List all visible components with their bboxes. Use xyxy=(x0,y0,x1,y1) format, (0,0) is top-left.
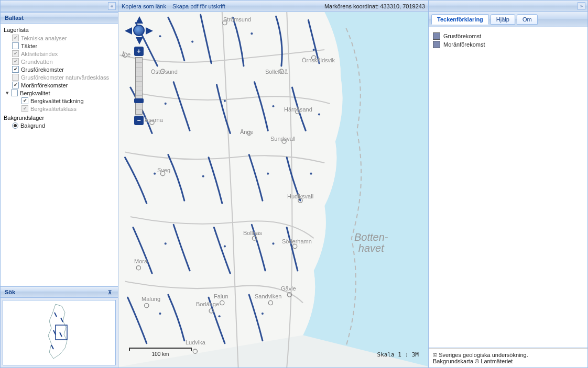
layer-item[interactable]: Grundvatten xyxy=(4,58,115,65)
svg-point-3 xyxy=(191,41,193,43)
section-title-ballast: Ballast xyxy=(5,15,24,21)
section-header-sok[interactable]: Sök ⊼ xyxy=(1,286,118,298)
map-area[interactable]: Strömsund Örnsköldsvik Åre Östersund Sol… xyxy=(118,12,428,367)
svg-point-15 xyxy=(219,315,221,317)
legend-label: Grusförekomst xyxy=(443,33,481,39)
collapse-left-icon[interactable]: « xyxy=(108,2,116,10)
legend-body: Grusförekomst Moränförekomst xyxy=(429,27,587,348)
scale-bar: 100 km xyxy=(129,348,192,357)
checkbox-icon[interactable] xyxy=(12,82,19,88)
layer-item[interactable]: Aktivitetsindex xyxy=(4,50,115,58)
pan-south-button[interactable] xyxy=(136,37,143,44)
layer-item[interactable]: Grusförekomster xyxy=(4,65,115,73)
background-radio-item[interactable]: Bakgrund xyxy=(4,122,115,129)
zoom-out-button[interactable]: − xyxy=(134,116,144,125)
chevron-down-icon[interactable]: ▾ xyxy=(5,90,10,96)
svg-point-13 xyxy=(272,242,274,244)
legend-swatch xyxy=(433,32,440,40)
svg-point-9 xyxy=(202,175,204,177)
checkbox-icon[interactable] xyxy=(12,42,19,49)
layer-item[interactable]: Bergkvalitetsklass xyxy=(4,105,115,113)
svg-point-10 xyxy=(267,173,269,175)
left-spacer xyxy=(1,131,118,286)
left-panel: « Ballast Lagerlista Tekniska analyser T… xyxy=(1,1,118,367)
tabs-row: Teckenförklaring Hjälp Om xyxy=(429,12,587,27)
svg-point-16 xyxy=(262,313,264,315)
legend-label: Moränförekomst xyxy=(443,41,485,48)
scale-text: Skala 1 : 3M xyxy=(377,351,419,358)
map-canvas xyxy=(118,12,428,367)
checkbox-icon[interactable] xyxy=(12,58,19,65)
radio-icon[interactable] xyxy=(12,122,18,129)
svg-point-18 xyxy=(318,113,320,115)
center-panel: Kopiera som länk Skapa pdf för utskrift … xyxy=(118,1,429,367)
right-panel-header: » xyxy=(429,1,587,12)
globe-icon[interactable] xyxy=(133,25,145,36)
svg-point-19 xyxy=(310,173,312,175)
copy-link-button[interactable]: Kopiera som länk xyxy=(122,3,166,9)
svg-point-11 xyxy=(165,242,167,244)
section-title-sok: Sök xyxy=(5,289,15,295)
checkbox-icon[interactable] xyxy=(12,66,19,73)
section-header-ballast[interactable]: Ballast xyxy=(1,12,118,24)
scale-distance: 100 km xyxy=(129,351,192,357)
svg-point-6 xyxy=(224,100,226,102)
svg-point-8 xyxy=(154,173,156,175)
svg-point-12 xyxy=(224,245,226,247)
zoom-in-button[interactable]: + xyxy=(134,47,144,56)
checkbox-icon[interactable] xyxy=(12,74,19,81)
legend-swatch xyxy=(433,41,440,48)
right-panel: » Teckenförklaring Hjälp Om Grusförekoms… xyxy=(429,1,587,367)
credits-line: Bakgrundskarta © Lantmäteriet xyxy=(433,358,583,364)
layer-item[interactable]: Tekniska analyser xyxy=(4,34,115,42)
legend-item: Grusförekomst xyxy=(433,32,583,40)
layer-item[interactable]: Bergkvalitet täckning xyxy=(4,97,115,105)
pan-north-button[interactable] xyxy=(136,16,143,24)
svg-point-17 xyxy=(313,49,315,51)
pan-west-button[interactable] xyxy=(125,27,132,35)
tab-help[interactable]: Hjälp xyxy=(491,14,515,25)
pan-compass xyxy=(126,17,152,43)
svg-point-5 xyxy=(165,103,167,105)
overview-minimap[interactable] xyxy=(3,300,116,365)
zoom-track[interactable] xyxy=(135,57,143,115)
svg-point-2 xyxy=(159,35,161,37)
create-pdf-button[interactable]: Skapa pdf för utskrift xyxy=(172,3,225,9)
pan-east-button[interactable] xyxy=(146,27,153,35)
svg-point-14 xyxy=(159,313,161,315)
credits-line: © Sveriges geologiska undersökning. xyxy=(433,352,583,358)
svg-point-7 xyxy=(272,105,274,107)
layer-list: Lagerlista Tekniska analyser Täkter Akti… xyxy=(1,24,118,131)
credits: © Sveriges geologiska undersökning. Bakg… xyxy=(429,348,587,367)
tab-legend[interactable]: Teckenförklaring xyxy=(431,14,489,25)
cursor-coordinates: Markörens koordinat: 433310, 7019243 xyxy=(324,3,425,9)
layer-item[interactable]: Grusförekomster naturvärdesklass xyxy=(4,73,115,81)
left-panel-header: « xyxy=(1,1,118,12)
background-layers-heading: Bakgrundslager xyxy=(4,115,115,121)
zoom-bar: + − xyxy=(134,47,144,125)
checkbox-icon[interactable] xyxy=(12,50,19,57)
legend-item: Moränförekomst xyxy=(433,41,583,48)
checkbox-icon[interactable] xyxy=(12,35,19,41)
tab-about[interactable]: Om xyxy=(517,14,538,25)
collapse-right-icon[interactable]: » xyxy=(578,2,585,10)
layer-item[interactable]: ▾Bergkvalitet xyxy=(4,89,115,97)
checkbox-icon[interactable] xyxy=(21,105,28,112)
layer-item[interactable]: Täkter xyxy=(4,42,115,50)
checkbox-icon[interactable] xyxy=(11,90,18,96)
map-toolbar: Kopiera som länk Skapa pdf för utskrift … xyxy=(118,1,428,12)
zoom-handle[interactable] xyxy=(134,98,144,103)
expand-sok-icon[interactable]: ⊼ xyxy=(106,288,114,296)
checkbox-icon[interactable] xyxy=(21,97,28,104)
svg-point-4 xyxy=(251,32,253,35)
layer-list-heading: Lagerlista xyxy=(4,27,115,33)
layer-item[interactable]: Moränförekomster xyxy=(4,81,115,89)
map-nav-controls: + − xyxy=(126,17,152,125)
